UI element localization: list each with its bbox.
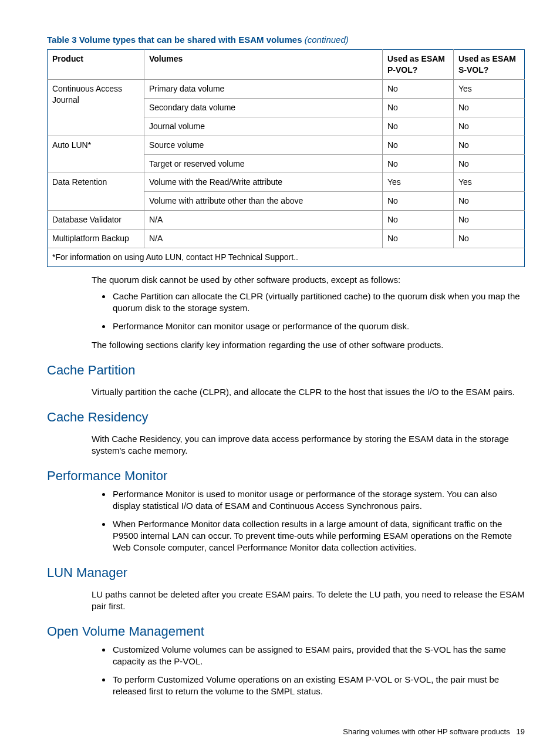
section-paragraph: With Cache Residency, you can improve da… xyxy=(92,433,525,457)
list-item: To perform Customized Volume operations … xyxy=(112,674,525,698)
cell-pvol: No xyxy=(383,98,454,117)
cell-volume: Volume with the Read/Write attribute xyxy=(144,173,383,192)
page-footer: Sharing volumes with other HP software p… xyxy=(47,727,525,737)
table-row: Auto LUN*Source volumeNoNo xyxy=(48,136,525,154)
list-item: Performance Monitor can monitor usage or… xyxy=(112,320,525,332)
cell-volume: Secondary data volume xyxy=(144,98,383,117)
table-row: Data RetentionVolume with the Read/Write… xyxy=(48,173,525,192)
table-caption: Table 3 Volume types that can be shared … xyxy=(47,34,525,46)
th-product: Product xyxy=(48,50,144,80)
cell-volume: Primary data volume xyxy=(144,80,383,99)
list-item: When Performance Monitor data collection… xyxy=(112,518,525,554)
cell-volume: Source volume xyxy=(144,136,383,154)
cell-svol: No xyxy=(454,98,525,117)
section-heading: Open Volume Management xyxy=(47,623,525,640)
section-paragraph: Virtually partition the cache (CLPR), an… xyxy=(92,386,525,398)
cell-svol: No xyxy=(454,229,525,248)
list-item: Customized Volume volumes can be assigne… xyxy=(112,644,525,668)
table-caption-text: Table 3 Volume types that can be shared … xyxy=(47,35,305,45)
cell-pvol: Yes xyxy=(383,173,454,192)
cell-product: Auto LUN* xyxy=(48,136,144,173)
cell-product: Data Retention xyxy=(48,173,144,211)
cell-svol: No xyxy=(454,192,525,211)
cell-volume: Volume with attribute other than the abo… xyxy=(144,192,383,211)
cell-pvol: No xyxy=(383,154,454,173)
cell-volume: Journal volume xyxy=(144,117,383,136)
cell-pvol: No xyxy=(383,211,454,229)
cell-svol: No xyxy=(454,154,525,173)
cell-svol: Yes xyxy=(454,80,525,99)
th-volumes: Volumes xyxy=(144,50,383,80)
section-heading: Performance Monitor xyxy=(47,467,525,485)
cell-volume: Target or reserved volume xyxy=(144,154,383,173)
cell-pvol: No xyxy=(383,80,454,99)
cell-footnote: *For information on using Auto LUN, cont… xyxy=(48,248,525,267)
section-bullet-list: Performance Monitor is used to monitor u… xyxy=(112,488,525,553)
cell-pvol: No xyxy=(383,229,454,248)
section-heading: Cache Residency xyxy=(47,409,525,426)
table-footnote-row: *For information on using Auto LUN, cont… xyxy=(48,248,525,267)
intro-bullet-list: Cache Partition can allocate the CLPR (v… xyxy=(112,291,525,332)
cell-svol: No xyxy=(454,211,525,229)
section-heading: LUN Manager xyxy=(47,564,525,582)
cell-volume: N/A xyxy=(144,229,383,248)
cell-volume: N/A xyxy=(144,211,383,229)
section-heading: Cache Partition xyxy=(47,362,525,379)
table-row: Continuous Access JournalPrimary data vo… xyxy=(48,80,525,99)
table-row: Multiplatform BackupN/ANoNo xyxy=(48,229,525,248)
footer-text: Sharing volumes with other HP software p… xyxy=(343,727,510,736)
intro-paragraph: The quorum disk cannot be used by other … xyxy=(92,274,525,286)
table-row: Database ValidatorN/ANoNo xyxy=(48,211,525,229)
cell-svol: No xyxy=(454,117,525,136)
cell-product: Continuous Access Journal xyxy=(48,80,144,136)
cell-svol: Yes xyxy=(454,173,525,192)
th-pvol: Used as ESAM P-VOL? xyxy=(383,50,454,80)
list-item: Cache Partition can allocate the CLPR (v… xyxy=(112,291,525,315)
intro-closing: The following sections clarify key infor… xyxy=(92,339,525,351)
footer-page: 19 xyxy=(517,727,525,736)
list-item: Performance Monitor is used to monitor u… xyxy=(112,488,525,512)
cell-pvol: No xyxy=(383,117,454,136)
table-caption-continued: (continued) xyxy=(305,35,349,45)
section-bullet-list: Customized Volume volumes can be assigne… xyxy=(112,644,525,697)
cell-pvol: No xyxy=(383,192,454,211)
cell-pvol: No xyxy=(383,136,454,154)
cell-product: Multiplatform Backup xyxy=(48,229,144,248)
th-svol: Used as ESAM S-VOL? xyxy=(454,50,525,80)
cell-product: Database Validator xyxy=(48,211,144,229)
volume-types-table: Product Volumes Used as ESAM P-VOL? Used… xyxy=(47,49,525,267)
section-paragraph: LU paths cannot be deleted after you cre… xyxy=(92,589,525,613)
cell-svol: No xyxy=(454,136,525,154)
